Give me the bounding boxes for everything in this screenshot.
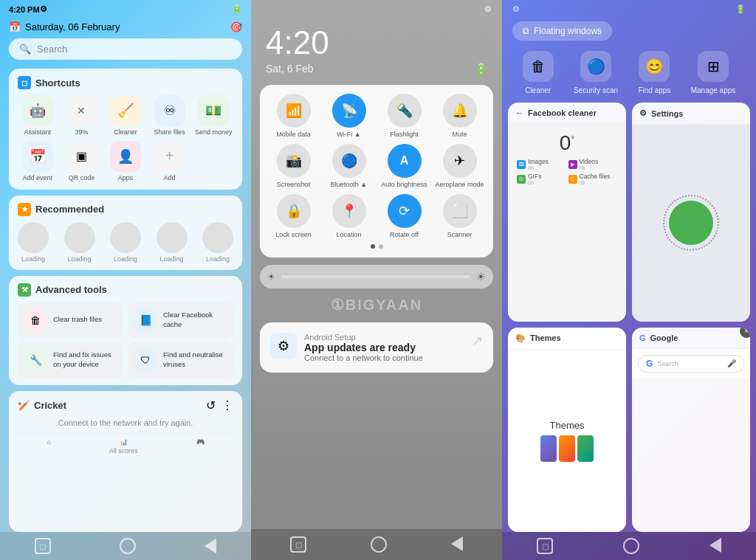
recent-google[interactable]: × G Google G Search 🎤 (632, 328, 750, 533)
panel3-nav-square[interactable]: ▢ (537, 538, 553, 554)
themes-content: Themes (540, 420, 594, 462)
qs-mute[interactable]: 🔔 Mute (435, 94, 484, 138)
recent-settings[interactable]: ⚙ Settings (632, 103, 750, 322)
panel1-nav: ▢ (0, 532, 251, 560)
settings-icon: ⚙ (639, 108, 647, 118)
tool-manage-apps[interactable]: ⊞ Manage apps (691, 51, 736, 95)
google-search-bar[interactable]: G Search 🎤 (638, 355, 744, 373)
home-icon: ⌂ (47, 438, 50, 446)
qs-aeroplane[interactable]: ✈ Aeroplane mode (435, 144, 484, 188)
settings-visual (669, 201, 713, 245)
adv-clear-trash[interactable]: 🗑 Clear trash files (18, 303, 123, 338)
panel2-nav-home[interactable] (371, 536, 387, 553)
google-close-btn[interactable]: × (740, 328, 750, 338)
fix-icon: 🔧 (24, 348, 47, 372)
search-icon: 🔍 (19, 44, 31, 55)
panel3-nav-home[interactable] (623, 538, 639, 554)
shortcut-39pct[interactable]: ✕ 39% (62, 95, 102, 136)
panel1-date: Saturday, 06 February (25, 21, 120, 32)
qs-flashlight[interactable]: 🔦 Flashlight (379, 94, 429, 138)
adv-clear-fb[interactable]: 📘 Clear Facebook cache (128, 303, 233, 338)
cricket-icon: 🏏 (18, 400, 30, 411)
panel3-nav-back[interactable] (709, 538, 721, 553)
cricket-tab-games[interactable]: 🎮 (196, 438, 205, 454)
recent-fb-cleaner[interactable]: ← Facebook cleaner 0° 🖼 Images0b ▶ Video… (508, 103, 626, 322)
fb-cleaner-content: 0° 🖼 Images0b ▶ Videos0b G GIFs0b (514, 128, 620, 188)
panel2-gear-icon[interactable]: ⚙ (484, 4, 492, 14)
qs-rotate[interactable]: ⟳ Rotate off (379, 194, 429, 238)
themes-body: Themes (508, 350, 626, 533)
recent-themes[interactable]: 🎨 Themes Themes (508, 328, 626, 533)
panel2-nav-back[interactable] (451, 536, 463, 551)
cleaner-tool-icon: 🗑 (523, 51, 554, 82)
tool-cleaner[interactable]: 🗑 Cleaner (523, 51, 554, 95)
shortcut-add-event[interactable]: 📅 Add event (18, 141, 58, 182)
tool-security[interactable]: 🔵 Security scan (574, 51, 618, 95)
notif-icon: ⚙ (270, 333, 297, 359)
floating-windows-btn[interactable]: ⧉ Floating windows (512, 21, 612, 41)
panel1-search[interactable]: 🔍 Search (9, 38, 242, 60)
notification-card[interactable]: ⚙ Android Setup App updates are ready Co… (260, 322, 493, 373)
panel2-time: 4:20 (251, 18, 502, 63)
notif-text: Android Setup App updates are ready Conn… (304, 333, 464, 362)
qs-scanner[interactable]: ⬜ Scanner (435, 194, 484, 238)
qs-dot-1 (371, 244, 375, 249)
gifs-dot: G (517, 175, 526, 184)
videos-dot: ▶ (568, 160, 577, 169)
sun-icon-large: ☀ (476, 271, 486, 283)
adv-fix-issues[interactable]: 🔧 Find and fix issues on your device (18, 342, 123, 378)
floating-label: Floating windows (534, 26, 602, 36)
qs-lock-screen[interactable]: 🔒 Lock screen (269, 194, 318, 238)
tool-find-apps[interactable]: 😊 Find apps (638, 51, 670, 95)
panel2-nav: ▢ (251, 529, 502, 560)
shortcut-assistant[interactable]: 🤖 Assistant (18, 95, 58, 136)
google-icon: G (639, 333, 646, 342)
theme-preview-2 (559, 435, 575, 462)
nav-square[interactable]: ▢ (35, 538, 51, 554)
fb-videos: ▶ Videos0b (568, 158, 618, 170)
more-icon[interactable]: ⋮ (221, 398, 233, 412)
brightness-slider[interactable]: ☀ ☀ (260, 265, 493, 288)
cricket-title: 🏏 Cricket (18, 400, 66, 411)
panel3-settings-icon[interactable]: ⚙ (512, 4, 520, 14)
share-icon: ♾ (154, 95, 185, 126)
qs-screenshot[interactable]: 📸 Screenshot (269, 144, 318, 188)
mute-icon: 🔔 (443, 94, 477, 128)
refresh-icon[interactable]: ↺ (206, 398, 216, 412)
event-icon: 📅 (22, 141, 53, 172)
qs-auto-brightness[interactable]: A Auto brightness (379, 144, 429, 188)
qs-wifi[interactable]: 📡 Wi-Fi ▲ (324, 94, 374, 138)
theme-preview-3 (577, 435, 594, 462)
shortcut-share[interactable]: ♾ Share files (150, 95, 190, 136)
cricket-tab-home[interactable]: ⌂ (47, 438, 50, 454)
panel2-phone: ⚙ 4:20 Sat, 6 Feb 🔋 📶 Mobile data 📡 Wi-F… (251, 0, 502, 560)
panel1-settings-icon: ⚙ (40, 4, 47, 14)
nav-home[interactable] (120, 538, 136, 554)
qs-grid: 📶 Mobile data 📡 Wi-Fi ▲ 🔦 Flashlight 🔔 M… (269, 94, 484, 238)
find-apps-icon: 😊 (639, 51, 670, 82)
money-icon: 💵 (198, 95, 229, 126)
recommended-icon: ★ (18, 203, 31, 216)
screenshot-icon: 📸 (277, 144, 311, 178)
shortcut-qr[interactable]: ▣ QR code (62, 141, 102, 182)
adv-neutralise[interactable]: 🛡 Find and neutralise viruses (128, 342, 233, 378)
rec-item-1: Loading (18, 222, 49, 263)
rotate-icon: ⟳ (388, 194, 422, 228)
shortcut-add[interactable]: + Add (150, 141, 190, 182)
cricket-tab-scores[interactable]: 📊 All scores (109, 438, 138, 454)
nav-back[interactable] (205, 539, 216, 553)
quick-settings-card: 📶 Mobile data 📡 Wi-Fi ▲ 🔦 Flashlight 🔔 M… (260, 85, 493, 257)
google-g-logo: G (646, 359, 653, 369)
watermark-text: ①BIGYAAN (331, 296, 422, 314)
qs-bluetooth[interactable]: 🔵 Bluetooth ▲ (324, 144, 374, 188)
shortcut-send-money[interactable]: 💵 Send money (193, 95, 233, 136)
fb-icon: 📘 (134, 308, 157, 332)
rec-item-4: Loading (157, 222, 188, 263)
shortcut-apps[interactable]: 👤 Apps (106, 141, 145, 182)
watermark-area: ①BIGYAAN (251, 293, 502, 317)
shortcut-cleaner[interactable]: 🧹 Cleaner (106, 95, 145, 136)
panel2-nav-square[interactable]: ▢ (290, 536, 306, 553)
qs-location[interactable]: 📍 Location (324, 194, 374, 238)
qs-mobile-data[interactable]: 📶 Mobile data (269, 94, 318, 138)
themes-header: 🎨 Themes (508, 328, 626, 350)
